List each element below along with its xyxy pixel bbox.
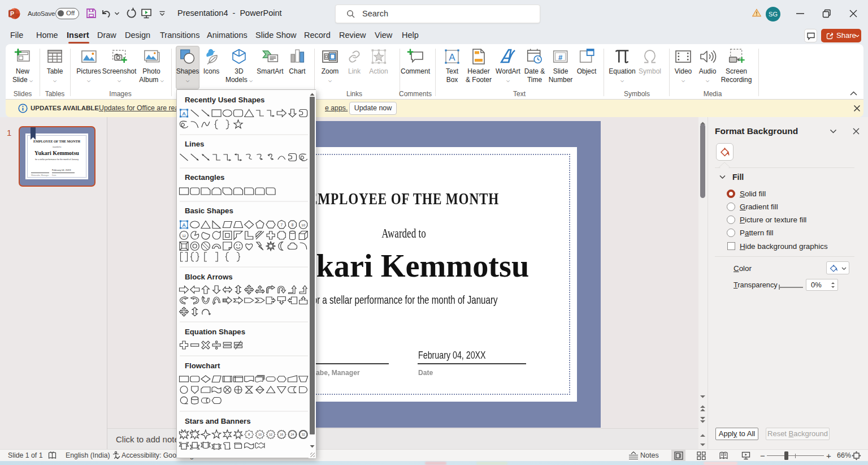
svg-text:10: 10 [301,223,305,227]
svg-text:A: A [449,52,455,63]
svg-text:7: 7 [280,223,283,227]
svg-text:Stars and Banners: Stars and Banners [185,417,251,425]
svg-text:A: A [182,111,186,117]
svg-text:12: 12 [182,234,186,238]
svg-text:12: 12 [269,433,272,436]
svg-text:8: 8 [292,223,294,227]
svg-text:Block Arrows: Block Arrows [185,273,233,281]
svg-text:Recently Used Shapes: Recently Used Shapes [185,96,264,104]
svg-text:10: 10 [258,433,262,436]
svg-text:#: # [558,53,563,62]
svg-text:24: 24 [291,433,294,436]
svg-text:8: 8 [248,433,250,436]
svg-text:A: A [182,222,186,228]
svg-text:32: 32 [302,433,305,436]
svg-text:Flowchart: Flowchart [185,361,220,370]
svg-text:Equation Shapes: Equation Shapes [185,328,245,336]
svg-text:16: 16 [280,433,283,436]
svg-text:Basic Shapes: Basic Shapes [185,206,233,215]
svg-text:Rectangles: Rectangles [185,173,224,182]
svg-text:Lines: Lines [185,140,204,148]
